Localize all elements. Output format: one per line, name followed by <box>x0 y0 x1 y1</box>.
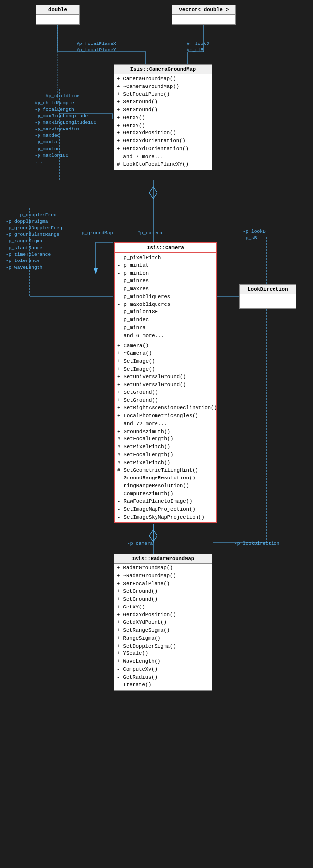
radar-ground-map-box: Isis::RadarGroundMap + RadarGroundMap() … <box>114 554 212 691</box>
label-ground-map: -p_groundMap <box>79 230 113 236</box>
look-direction-box: LookDirection <box>239 284 296 309</box>
camera-ground-map-methods: + CameraGroundMap() + ~CameraGroundMap()… <box>114 74 212 170</box>
label-doppler-attrs: -p_dopplerFreq -p_dopplerSigma -p_ground… <box>6 205 62 277</box>
cgm-line-more: and 7 more... <box>117 153 209 161</box>
cgm-line-1: + CameraGroundMap() <box>117 75 209 83</box>
cgm-line-5: + SetGround() <box>117 106 209 114</box>
label-p-camera-bottom: -p_camera <box>127 540 153 547</box>
diagram-container: double vector< double > Isis::CameraGrou… <box>0 0 313 868</box>
cgm-line-4: + SetGround() <box>117 98 209 106</box>
label-lookj: #m_lookJ #m_plB <box>187 41 209 54</box>
camera-attributes: - p_pixelPitch - p_minlat - p_minlon - p… <box>115 253 216 341</box>
cgm-line-10: + GetdXYdTOrientation() <box>117 145 209 153</box>
label-look-direction: -p_lookDirection <box>235 540 279 547</box>
cgm-line-7: + GetXY() <box>117 122 209 130</box>
label-p-camera-top: #p_camera <box>137 230 162 236</box>
camera-title: Isis::Camera <box>115 243 216 253</box>
double-box: double <box>36 5 80 25</box>
cgm-line-3: + SetFocalPlane() <box>117 91 209 99</box>
radar-ground-map-methods: + RadarGroundMap() + ~RadarGroundMap() +… <box>114 564 212 690</box>
camera-box: Isis::Camera - p_pixelPitch - p_minlat -… <box>114 242 217 523</box>
camera-methods: + Camera() + ~Camera() + SetImage() + Se… <box>115 341 216 522</box>
label-lookb: -p_lookB -p_sB <box>243 228 266 242</box>
svg-marker-7 <box>149 187 157 199</box>
svg-marker-17 <box>94 268 98 274</box>
vector-double-title: vector< double > <box>172 5 235 15</box>
vector-double-box: vector< double > <box>172 5 236 25</box>
cgm-line-6: + GetXY() <box>117 114 209 122</box>
look-direction-title: LookDirection <box>240 285 296 294</box>
label-child-attrs: #p_childLine #p_childSample -p_focalLeng… <box>35 87 96 172</box>
cgm-line-11: # LookCtoFocalPlaneXY() <box>117 161 209 169</box>
radar-ground-map-title: Isis::RadarGroundMap <box>114 554 212 564</box>
cgm-line-9: + GetdXYdOrientation() <box>117 137 209 145</box>
camera-ground-map-box: Isis::CameraGroundMap + CameraGroundMap(… <box>114 64 212 170</box>
camera-ground-map-title: Isis::CameraGroundMap <box>114 65 212 74</box>
cgm-line-8: + GetdXYdPosition() <box>117 130 209 137</box>
double-title: double <box>36 5 79 15</box>
cgm-line-2: + ~CameraGroundMap() <box>117 83 209 91</box>
label-focal-plane: #p_focalPlaneX #p_focalPlaneY <box>77 41 116 54</box>
